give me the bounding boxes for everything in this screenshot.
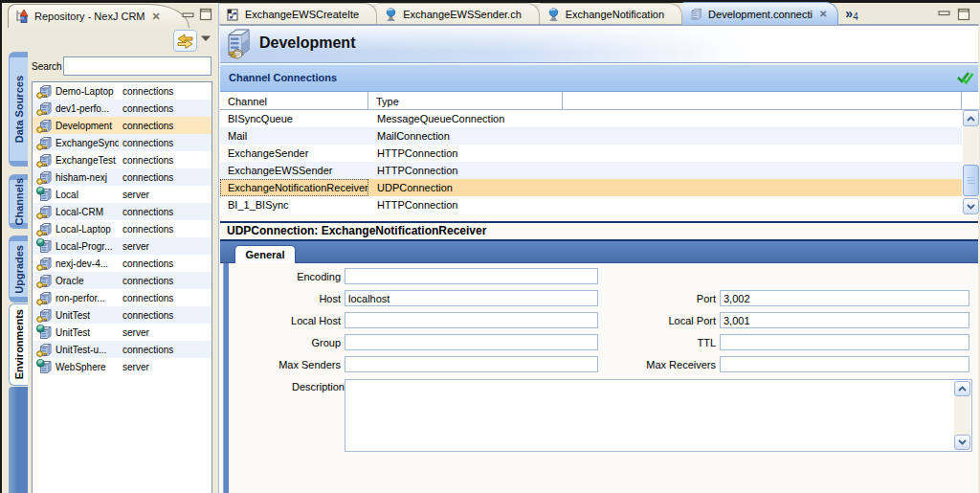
tree-item-name: Local-CRM: [56, 207, 119, 217]
tab-strip-filler: [9, 387, 28, 493]
search-input[interactable]: [63, 56, 212, 76]
tree-row[interactable]: ExchangeTest connections: [33, 151, 212, 168]
sync-with-editor-button[interactable]: [173, 30, 197, 52]
form-row: Local Port: [583, 312, 969, 328]
scroll-up-button[interactable]: [954, 381, 970, 396]
description-field[interactable]: [345, 379, 972, 452]
scrollbar-thumb[interactable]: [963, 165, 979, 196]
environment-icon: [36, 256, 52, 271]
field-input-group[interactable]: [345, 334, 598, 350]
scroll-up-button[interactable]: [963, 110, 979, 126]
field-input-max-receivers[interactable]: [720, 356, 969, 372]
chevron-down-icon: [967, 204, 975, 210]
editor-tab-icon: [384, 8, 398, 22]
section-title: Channel Connections: [229, 72, 337, 83]
view-menu-icon[interactable]: [200, 34, 212, 42]
view-close-icon[interactable]: ✕: [152, 11, 161, 21]
validate-check-icon[interactable]: [957, 71, 973, 85]
vertical-tab[interactable]: Data Sources: [9, 52, 28, 167]
editor-tab-bar: ExchangeEWSCreateIte: [219, 3, 979, 25]
editor-minimize-icon[interactable]: [938, 8, 951, 16]
thumb-grip: [968, 177, 974, 185]
detail-tab-bar: General: [220, 241, 978, 263]
tree-item-type: connections: [122, 86, 173, 97]
vertical-tab[interactable]: Environments: [9, 303, 28, 386]
tab-general[interactable]: General: [234, 245, 296, 263]
cell-channel: BISyncQueue: [220, 110, 368, 127]
editor-tab-icon: [689, 7, 703, 21]
tree-row[interactable]: ron-perfor... connections: [33, 289, 212, 306]
table-row[interactable]: ExchangeEWSSender HTTPConnection: [220, 162, 962, 179]
environment-icon: [36, 221, 52, 236]
field-input-port[interactable]: [720, 290, 969, 306]
view-minimize-icon[interactable]: [182, 10, 195, 18]
table-row[interactable]: BI_1_BISync HTTPConnection: [220, 196, 962, 213]
tree-row[interactable]: nexj-dev-4... connections: [33, 255, 212, 272]
environment-title-icon: [225, 28, 256, 60]
table-row[interactable]: BISyncQueue MessageQueueConnection: [220, 110, 962, 127]
tree-row[interactable]: Local-Laptop connections: [33, 220, 212, 237]
tree-row[interactable]: UnitTest-u... connections: [33, 341, 212, 358]
description-scrollbar[interactable]: [954, 381, 970, 450]
editor-tab[interactable]: ExchangeEWSSender.ch: [377, 3, 540, 25]
environment-icon: [36, 118, 52, 133]
tree-row[interactable]: Oracle connections: [33, 272, 212, 289]
environment-icon: [36, 101, 52, 116]
tab-overflow-chevron[interactable]: »4: [845, 3, 858, 25]
field-input-ttl[interactable]: [720, 334, 969, 350]
tree-row[interactable]: UnitTest connections: [33, 306, 212, 324]
field-input-local-port[interactable]: [720, 312, 969, 328]
cell-type: MessageQueueConnection: [368, 113, 504, 124]
editor-maximize-icon[interactable]: [957, 8, 970, 21]
editor-tab[interactable]: ExchangeNotification: [540, 3, 682, 25]
repository-view-tab[interactable]: Repository - NexJ CRM ✕: [8, 4, 189, 28]
table-scrollbar[interactable]: [963, 110, 979, 214]
table-row[interactable]: ExchangeSender HTTPConnection: [220, 145, 962, 162]
tree-row[interactable]: UnitTest server: [33, 324, 212, 341]
tree-row[interactable]: hisham-nexj connections: [33, 168, 212, 186]
chevron-up-icon: [967, 116, 975, 122]
tree-item-name: UnitTest: [56, 310, 119, 321]
table-row[interactable]: ExchangeNotificationReceiver UDPConnecti…: [220, 179, 962, 196]
tree-row[interactable]: ExchangeSync connections: [33, 134, 212, 151]
column-header-channel[interactable]: Channel: [220, 92, 368, 110]
field-input-host[interactable]: [345, 290, 598, 306]
tree-row[interactable]: Development connections: [33, 117, 212, 134]
repository-view-panel: Repository - NexJ CRM ✕ Search Demo-La: [2, 3, 212, 493]
tree-item-name: Local-Progr...: [56, 241, 119, 252]
tree-row[interactable]: Local server: [33, 186, 212, 203]
environment-icon: [36, 83, 52, 99]
tree-row[interactable]: dev1-perfo... connections: [33, 100, 212, 117]
table-row[interactable]: Mail MailConnection: [220, 127, 962, 145]
tree-row[interactable]: Local-CRM connections: [33, 203, 212, 220]
field-label: Host: [234, 293, 341, 304]
editor-tab[interactable]: Development.connecti ✕: [682, 2, 838, 25]
tree-item-name: Oracle: [56, 276, 119, 286]
cell-channel: BI_1_BISync: [220, 196, 368, 213]
tab-close-icon[interactable]: ✕: [819, 9, 827, 19]
cell-type: HTTPConnection: [368, 199, 457, 211]
scroll-down-button[interactable]: [954, 435, 970, 450]
column-header-type[interactable]: Type: [368, 92, 563, 110]
field-input-encoding[interactable]: [345, 268, 598, 284]
tree-item-type: connections: [122, 258, 173, 269]
tree-row[interactable]: WebSphere server: [33, 358, 212, 375]
form-row: Host: [234, 290, 598, 306]
view-maximize-icon[interactable]: [199, 8, 212, 21]
vertical-tab[interactable]: Channels: [9, 174, 28, 229]
scroll-down-button[interactable]: [963, 198, 979, 214]
environment-icon: [36, 325, 52, 340]
tree-item-type: connections: [122, 224, 173, 235]
editor-tab[interactable]: ExchangeEWSCreateIte: [219, 3, 377, 25]
vertical-tab[interactable]: Upgrades: [9, 235, 28, 303]
tree-row[interactable]: Demo-Laptop connections: [33, 82, 212, 100]
detail-separator: [220, 221, 978, 223]
vertical-tab-label: Data Sources: [13, 76, 25, 143]
tree-row[interactable]: Local-Progr... server: [33, 237, 212, 255]
field-input-local-host[interactable]: [345, 312, 598, 328]
tree-item-name: nexj-dev-4...: [56, 258, 119, 269]
field-input-max-senders[interactable]: [345, 356, 598, 372]
tree-item-name: hisham-nexj: [56, 172, 119, 183]
cell-channel: ExchangeSender: [220, 145, 368, 162]
vertical-tab-label: Environments: [13, 309, 25, 379]
